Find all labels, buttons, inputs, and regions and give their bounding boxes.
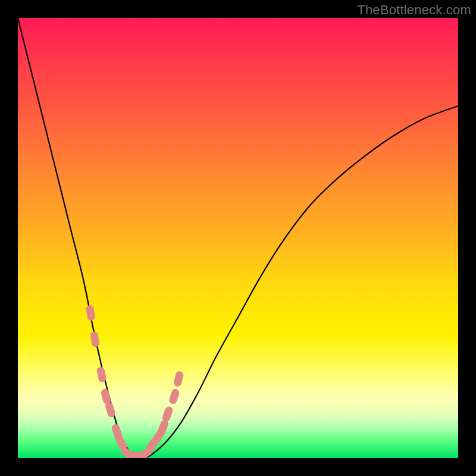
chart-svg [18, 18, 458, 458]
marker-pill [104, 401, 116, 418]
marker-pill [161, 406, 174, 423]
chart-frame: TheBottleneck.com [0, 0, 476, 476]
watermark-text: TheBottleneck.com [357, 2, 471, 18]
marker-pill [96, 366, 107, 383]
marker-pill [173, 371, 184, 387]
highlight-markers [86, 305, 184, 458]
plot-area [18, 18, 458, 458]
marker-pill [86, 305, 96, 321]
bottleneck-curve [18, 18, 458, 458]
curve-layer [18, 18, 458, 458]
marker-pill [90, 331, 100, 347]
marker-pill [168, 388, 180, 405]
